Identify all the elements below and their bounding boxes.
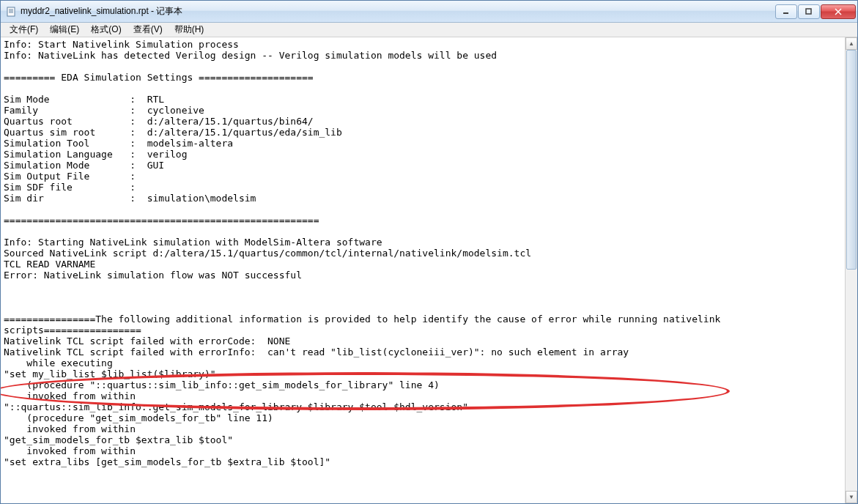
text-line: scripts================= xyxy=(4,325,141,336)
menu-view[interactable]: 查看(V) xyxy=(127,22,169,37)
text-line: ================The following additional… xyxy=(4,314,726,325)
text-line: invoked from within xyxy=(4,445,136,456)
menubar: 文件(F) 编辑(E) 格式(O) 查看(V) 帮助(H) xyxy=(1,23,857,37)
text-line: Nativelink TCL script failed with errorC… xyxy=(4,336,290,346)
text-line: Error: NativeLink simulation flow was NO… xyxy=(4,270,302,281)
text-line: ========================================… xyxy=(4,215,319,226)
menu-format[interactable]: 格式(O) xyxy=(85,22,127,37)
minimize-button[interactable] xyxy=(775,4,797,19)
maximize-button[interactable] xyxy=(798,4,820,19)
text-line: (procedure "::quartus::sim_lib_info::get… xyxy=(4,379,440,390)
window-controls xyxy=(775,4,856,19)
close-button[interactable] xyxy=(821,4,856,19)
text-line: "set extra_libs [get_sim_models_for_tb $… xyxy=(4,456,330,467)
text-line: Info: Start Nativelink Simulation proces… xyxy=(4,39,239,50)
svg-rect-0 xyxy=(7,7,15,16)
text-line: Simulation Language : verilog xyxy=(4,149,187,160)
text-line: ========= EDA Simulation Settings ======… xyxy=(4,72,314,83)
scroll-thumb[interactable] xyxy=(846,50,857,270)
menu-help[interactable]: 帮助(H) xyxy=(169,22,210,37)
titlebar[interactable]: myddr2_nativelink_simulation.rpt - 记事本 xyxy=(1,1,857,23)
text-line: invoked from within xyxy=(4,390,136,401)
text-line: "::quartus::sim_lib_info::get_sim_models… xyxy=(4,401,468,412)
text-line: Info: NativeLink has detected Verilog de… xyxy=(4,50,497,61)
text-line: Nativelink TCL script failed with errorI… xyxy=(4,346,629,357)
content-wrap: Info: Start Nativelink Simulation proces… xyxy=(1,37,857,503)
text-line: (procedure "get_sim_models_for_tb" line … xyxy=(4,412,273,423)
text-line: while executing xyxy=(4,357,113,368)
menu-file[interactable]: 文件(F) xyxy=(4,22,44,37)
app-icon xyxy=(5,6,17,18)
menu-edit[interactable]: 编辑(E) xyxy=(44,22,85,37)
scroll-up-arrow-icon[interactable]: ▲ xyxy=(846,37,857,50)
text-line: Simulation Tool : modelsim-altera xyxy=(4,138,233,149)
text-line: Sim Output File : xyxy=(4,171,147,182)
text-line: Sourced NativeLink script d:/altera/15.1… xyxy=(4,248,531,259)
text-line: "get_sim_models_for_tb $extra_lib $tool" xyxy=(4,434,233,445)
text-line: Sim dir : simulation\modelsim xyxy=(4,193,256,204)
scroll-down-arrow-icon[interactable]: ▼ xyxy=(846,491,857,503)
text-line: Sim SDF file : xyxy=(4,182,147,193)
text-line: Info: Starting NativeLink simulation wit… xyxy=(4,237,382,248)
text-line: Quartus root : d:/altera/15.1/quartus/bi… xyxy=(4,116,314,127)
text-line: invoked from within xyxy=(4,423,136,434)
text-line: Family : cycloneive xyxy=(4,105,204,116)
text-line: TCL READ VARNAME xyxy=(4,259,101,270)
svg-rect-5 xyxy=(806,9,811,14)
text-content[interactable]: Info: Start Nativelink Simulation proces… xyxy=(1,37,845,503)
text-line: Sim Mode : RTL xyxy=(4,94,164,105)
text-line: "set my_lib_list $lib_list($library)" xyxy=(4,368,216,379)
window-title: myddr2_nativelink_simulation.rpt - 记事本 xyxy=(21,5,775,18)
vertical-scrollbar[interactable]: ▲ ▼ xyxy=(845,37,857,503)
scroll-track[interactable] xyxy=(846,50,857,491)
text-line: Simulation Mode : GUI xyxy=(4,160,164,171)
text-line: Quartus sim root : d:/altera/15.1/quartu… xyxy=(4,127,342,138)
notepad-window: myddr2_nativelink_simulation.rpt - 记事本 文… xyxy=(0,0,858,504)
